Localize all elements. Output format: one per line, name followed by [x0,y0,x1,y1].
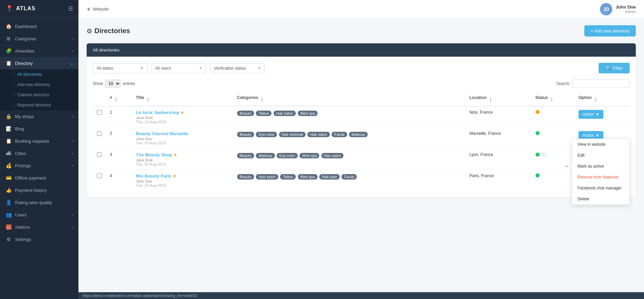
hamburger-icon[interactable]: ☰ [68,5,73,12]
sidebar-item-claimed-directory[interactable]: • Claimed directory [0,90,78,100]
sidebar-item-amenities[interactable]: 🧩 Amenities › [0,45,78,57]
row-categories: Beauty Makeup Eye color Med spa Hair sal… [233,149,466,170]
table-controls: Show 10 25 50 entries Search: [93,80,630,88]
row-status [531,170,574,191]
add-new-directory-button[interactable]: + Add new directory [584,25,636,37]
status-filter[interactable]: All status ▼ [93,63,147,73]
sidebar-item-label: Categories [15,36,69,41]
search-input[interactable] [572,80,630,88]
sidebar-item-dashboard[interactable]: 🏠 Dashboard [0,20,78,32]
dropdown-item-facebook-chat[interactable]: Facebook chat manager [572,183,629,194]
navigation-icon: ✈ [87,6,91,12]
table-row: 2 Beauty Clarene Marseille John Doe Tue,… [93,128,630,149]
sidebar-item-all-directories[interactable]: • All directories [0,69,78,80]
categories-icon: ⊞ [5,36,12,41]
filter-search-icon: 🔍 [605,66,611,71]
sidebar-item-payment-history[interactable]: 👍 Payment history [0,184,78,196]
listing-user: Jane Role [136,116,229,120]
row-checkbox[interactable] [97,110,102,115]
listing-title[interactable]: Le local_barbershop [136,110,179,115]
col-option[interactable]: Option ▲▼ [574,92,630,106]
sidebar-item-reported-directory[interactable]: • Reported directory [0,100,78,110]
sidebar-item-label: Directory [15,61,67,66]
col-number[interactable]: # ▲▼ [106,92,132,106]
checkbox-cell [93,170,106,191]
listing-user: John Doe [136,137,229,141]
listing-title[interactable]: Mix Beauty Paris [136,173,172,179]
dropdown-item-edit[interactable]: Edit [572,150,629,161]
listing-date: Thu, 22-Aug-2019 [136,120,229,124]
row-checkbox[interactable] [97,173,102,178]
sidebar-item-blog[interactable]: 📝 Blog [0,123,78,135]
sidebar-item-label: Blog [15,126,73,131]
sidebar-item-my-shops[interactable]: 🔒 My shops › [0,110,78,123]
col-categories[interactable]: Categories ▲▼ [233,92,466,106]
featured-star-icon: ★ [173,152,177,157]
row-location: Marseille, France [465,128,531,149]
user-info: John Doe Admin [616,4,636,14]
pricings-icon: 💰 [5,163,12,168]
sidebar-item-directory[interactable]: 📋 Directory ⌄ [0,57,78,69]
submenu-label: All directories [17,72,42,77]
content-area: ⊙ Directories + Add new directory All di… [78,18,644,292]
filter-button[interactable]: 🔍 Filter [599,63,630,73]
col-location[interactable]: Location ▲▼ [465,92,531,106]
app-name: ATLAS [16,5,35,12]
category-tag: Beauty [237,174,254,180]
category-tag: Tattoo [256,111,272,116]
sidebar-item-settings[interactable]: ⚙ Settings [0,233,78,245]
sidebar-item-add-new-directory[interactable]: • Add new directory [0,80,78,90]
submenu-label: Reported directory [17,103,51,108]
sidebar-item-label: Pricings [15,163,69,168]
row-location: Nice, France [465,106,531,128]
listing-title[interactable]: The Beauty Shop [136,152,172,157]
sidebar-logo: 📍 ATLAS [5,5,35,12]
checkbox-cell [93,149,106,170]
verification-filter[interactable]: Verification status ▼ [210,63,265,73]
status-dot-green [536,153,540,157]
dot-icon: • [14,94,15,97]
listing-title[interactable]: Beauty Clarene Marseille [136,131,189,136]
category-tag: Makeup [256,153,275,158]
col-title[interactable]: Title ▲▼ [132,92,233,106]
table-row: 4 Mix Beauty Paris ★ John Doe Tue, 20-Au… [93,170,630,191]
directory-submenu: • All directories • Add new directory • … [0,69,78,110]
entries-select[interactable]: 10 25 50 [105,80,121,88]
chevron-right-icon: › [72,49,73,53]
offline-payment-icon: 💳 [5,175,12,181]
chevron-right-icon: › [72,115,73,118]
row-status [531,106,574,128]
status-dot-green [536,131,540,135]
website-link[interactable]: Website [93,6,109,12]
location-text: Nice, France [469,110,493,115]
sidebar-item-pricings[interactable]: 💰 Pricings › [0,159,78,172]
sidebar-item-users[interactable]: 👥 Users › [0,209,78,221]
chevron-right-icon: › [72,139,73,143]
show-entries: Show 10 25 50 entries [93,80,135,88]
dropdown-item-view-website[interactable]: View in website [572,139,629,150]
row-action-cell: Action ▼ [574,106,630,128]
sidebar-item-booking-requests[interactable]: 📋 Booking requests › [0,135,78,147]
row-number: 3 [106,149,132,170]
chevron-right-icon: › [72,225,73,229]
sort-icon: ▲▼ [551,97,553,102]
sidebar-item-offline-payment[interactable]: 💳 Offline payment [0,172,78,184]
dropdown-item-delete[interactable]: Delete [572,194,629,204]
dropdown-item-mark-active[interactable]: Mark as active [572,161,629,172]
category-tag: Hair salon [321,153,344,158]
dropdown-item-remove-featured[interactable]: Remove from featured [572,172,629,183]
sidebar-item-categories[interactable]: ⊞ Categories › [0,32,78,45]
location-text: Marseille, France [469,131,501,136]
sidebar-item-cities[interactable]: 🏙 Cities › [0,147,78,159]
directory-icon: 📋 [5,60,12,66]
row-checkbox[interactable] [97,152,102,157]
row-checkbox[interactable] [97,131,102,136]
status-filter-label: All status [97,66,137,71]
sidebar-item-addons[interactable]: 🧱 Addons › [0,221,78,233]
sidebar-item-rating-quality[interactable]: 👤 Rating wise quality [0,196,78,209]
users-filter[interactable]: All users ▼ [151,63,206,73]
action-button[interactable]: Action ▼ [579,110,603,119]
directories-card: All directories All status ▼ All users ▼… [87,43,636,197]
col-status[interactable]: Status ▲▼ [531,92,574,106]
sidebar-item-label: Dashboard [15,24,73,29]
